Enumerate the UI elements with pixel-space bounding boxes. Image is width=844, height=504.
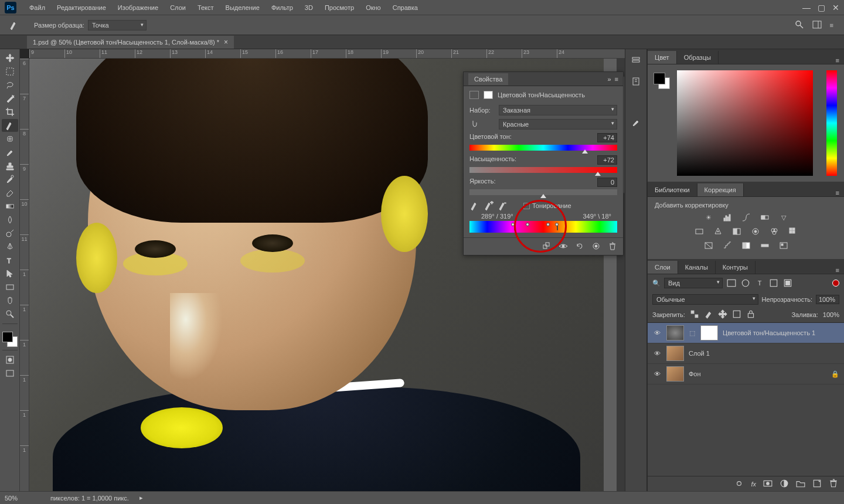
link-layers-icon[interactable] xyxy=(734,479,744,489)
hue-value[interactable]: +74 xyxy=(597,133,617,142)
hue-strip[interactable] xyxy=(826,70,837,176)
clip-icon[interactable] xyxy=(542,241,552,252)
ruler-horizontal[interactable]: 9101112131415161718192021222324 xyxy=(29,49,625,59)
layers-tab[interactable]: Слои xyxy=(648,261,678,274)
panel-menu-icon[interactable]: ≡ xyxy=(831,189,844,196)
mask-icon[interactable] xyxy=(763,479,772,489)
gradient-map-icon[interactable] xyxy=(758,240,771,251)
curves-icon[interactable] xyxy=(740,212,753,223)
hand-tool[interactable] xyxy=(2,294,18,307)
menu-select[interactable]: Выделение xyxy=(220,4,266,11)
panel-menu-icon[interactable]: ≡ xyxy=(831,267,844,274)
sample-size-dropdown[interactable]: Точка xyxy=(88,20,147,30)
move-tool[interactable] xyxy=(2,52,18,64)
info-arrow-icon[interactable]: ▸ xyxy=(139,494,143,502)
text-tool[interactable]: T xyxy=(2,254,18,267)
layer-name[interactable]: Фон xyxy=(689,370,826,377)
layer-name[interactable]: Цветовой тон/Насыщенность 1 xyxy=(723,329,839,336)
lightness-value[interactable]: 0 xyxy=(597,178,617,187)
color-range-slider[interactable] xyxy=(469,221,617,233)
menu-help[interactable]: Справка xyxy=(387,4,424,11)
adjustments-tab[interactable]: Коррекция xyxy=(697,183,744,196)
doc-info[interactable]: пикселов: 1 = 1,0000 пикс. xyxy=(47,495,132,502)
new-group-icon[interactable] xyxy=(796,479,805,489)
visibility-icon[interactable]: 👁 xyxy=(652,329,662,336)
color-tab[interactable]: Цвет xyxy=(648,51,677,64)
saturation-value[interactable]: +72 xyxy=(597,155,617,165)
fill-value[interactable]: 100% xyxy=(823,311,839,318)
colorize-checkbox[interactable]: Тонирование xyxy=(523,202,571,209)
photo-filter-icon[interactable] xyxy=(749,226,762,237)
color-balance-icon[interactable] xyxy=(712,226,724,237)
eraser-tool[interactable] xyxy=(2,186,18,199)
eyedropper-icon[interactable] xyxy=(469,201,480,210)
gradient-tool[interactable] xyxy=(2,200,18,213)
maximize-button[interactable]: ▢ xyxy=(818,3,825,12)
magic-wand-tool[interactable] xyxy=(2,92,18,105)
menu-image[interactable]: Изображение xyxy=(112,4,164,11)
hue-slider[interactable] xyxy=(469,145,617,151)
dodge-tool[interactable] xyxy=(2,227,18,240)
previous-icon[interactable] xyxy=(591,241,601,252)
channels-tab[interactable]: Каналы xyxy=(678,261,716,274)
color-lookup-icon[interactable] xyxy=(787,226,799,237)
lock-pixels-icon[interactable] xyxy=(704,309,713,320)
menu-file[interactable]: Файл xyxy=(23,4,51,11)
screen-mode-tool[interactable] xyxy=(2,367,18,380)
healing-tool[interactable] xyxy=(2,132,18,145)
brush-tool[interactable] xyxy=(2,146,18,159)
close-button[interactable]: ✕ xyxy=(832,3,839,12)
pen-tool[interactable] xyxy=(2,240,18,253)
properties-tab[interactable]: Свойства xyxy=(468,73,508,85)
lock-all-icon[interactable] xyxy=(746,309,755,320)
opacity-value[interactable]: 100% xyxy=(816,295,839,304)
fx-icon[interactable]: fx xyxy=(751,481,756,488)
filter-toggle[interactable] xyxy=(832,280,839,287)
layer-item[interactable]: 👁 ⬚ Цветовой тон/Насыщенность 1 xyxy=(648,323,844,343)
menu-view[interactable]: Просмотр xyxy=(319,4,360,11)
new-layer-icon[interactable] xyxy=(812,479,822,489)
mask-thumb[interactable] xyxy=(700,325,718,340)
filter-icon[interactable]: 🔍 xyxy=(652,280,661,287)
zoom-tool[interactable] xyxy=(2,308,18,321)
blend-mode-dropdown[interactable]: Обычные xyxy=(652,294,758,305)
menu-edit[interactable]: Редактирование xyxy=(51,4,112,11)
menu-text[interactable]: Текст xyxy=(192,4,220,11)
menu-window[interactable]: Окно xyxy=(360,4,387,11)
filter-text-icon[interactable]: T xyxy=(754,278,765,288)
layer-thumb[interactable] xyxy=(666,325,684,340)
filter-shape-icon[interactable] xyxy=(768,278,779,288)
search-icon[interactable] xyxy=(795,20,804,30)
filter-image-icon[interactable] xyxy=(726,278,737,288)
layer-item[interactable]: 👁 Фон 🔒 xyxy=(648,364,844,384)
filter-smart-icon[interactable] xyxy=(782,278,793,288)
brightness-icon[interactable]: ☀ xyxy=(702,212,715,223)
lock-artboard-icon[interactable] xyxy=(732,309,741,320)
current-tool-icon[interactable] xyxy=(5,18,23,33)
libraries-tab[interactable]: Библиотеки xyxy=(648,183,697,196)
collapse-icon[interactable]: » xyxy=(607,76,611,83)
reset-icon[interactable] xyxy=(575,241,584,252)
minimize-button[interactable]: — xyxy=(802,3,811,12)
lasso-tool[interactable] xyxy=(2,79,18,91)
selective-color-icon[interactable] xyxy=(777,240,790,251)
close-tab-icon[interactable]: × xyxy=(224,38,228,46)
visibility-icon[interactable] xyxy=(559,241,568,252)
swatches-tab[interactable]: Образцы xyxy=(677,51,719,64)
eyedropper-tool[interactable] xyxy=(2,119,18,132)
layer-thumb[interactable] xyxy=(666,346,684,361)
preset-dropdown[interactable]: Заказная xyxy=(499,105,617,115)
workspace-icon[interactable] xyxy=(812,20,822,30)
posterize-icon[interactable] xyxy=(721,240,734,251)
blur-tool[interactable] xyxy=(2,213,18,226)
stamp-tool[interactable] xyxy=(2,159,18,172)
lock-position-icon[interactable] xyxy=(718,309,727,320)
eyedropper-plus-icon[interactable]: + xyxy=(484,201,494,210)
history-brush-tool[interactable] xyxy=(2,173,18,186)
vibrance-icon[interactable]: ▽ xyxy=(777,212,790,223)
link-icon[interactable]: ⬚ xyxy=(689,329,696,337)
history-icon[interactable] xyxy=(629,54,643,67)
layer-thumb[interactable] xyxy=(666,366,684,382)
kind-filter-dropdown[interactable]: Вид xyxy=(664,278,723,288)
visibility-icon[interactable]: 👁 xyxy=(652,370,662,377)
